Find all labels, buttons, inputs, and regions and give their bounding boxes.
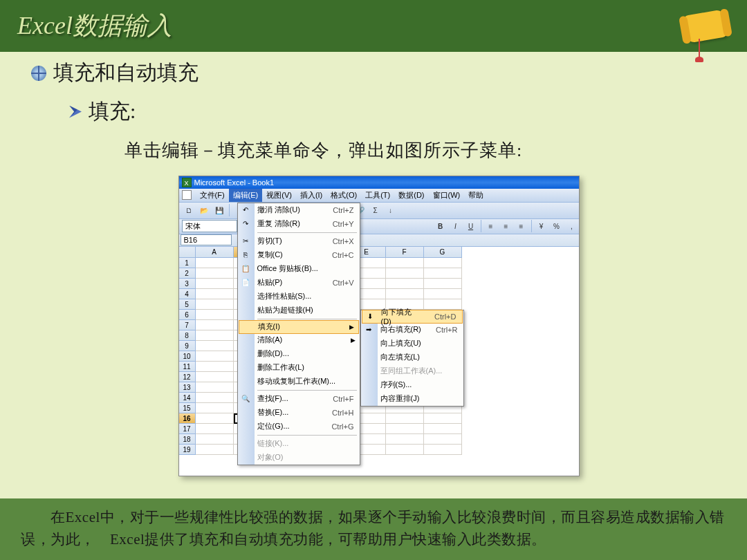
cell[interactable] <box>424 445 462 455</box>
menu-1[interactable]: 编辑(E) <box>229 189 263 202</box>
cell[interactable] <box>196 351 234 362</box>
cell[interactable] <box>386 413 424 424</box>
cell[interactable] <box>196 362 234 372</box>
align-left-icon[interactable]: ≡ <box>484 219 498 233</box>
sum-icon[interactable]: Σ <box>369 203 382 217</box>
menu-4[interactable]: 格式(O) <box>326 189 361 202</box>
underline-icon[interactable]: U <box>464 219 478 233</box>
cell[interactable] <box>196 268 234 279</box>
row-header[interactable]: 8 <box>179 330 196 341</box>
cell[interactable] <box>386 258 424 268</box>
row-header[interactable]: 18 <box>179 434 196 445</box>
menu-item[interactable]: 📋Office 剪贴板(B)... <box>238 262 360 276</box>
cell[interactable] <box>386 279 424 289</box>
percent-icon[interactable]: % <box>550 219 564 233</box>
menu-item[interactable]: 粘贴为超链接(H) <box>238 304 360 317</box>
menu-item[interactable]: 内容重排(J) <box>361 392 463 406</box>
menu-item[interactable]: 📄粘贴(P)Ctrl+V <box>238 276 360 290</box>
cell[interactable] <box>424 299 462 310</box>
align-center-icon[interactable]: ≡ <box>499 219 513 233</box>
cell[interactable] <box>196 372 234 382</box>
font-selector[interactable]: 宋体 <box>182 220 237 232</box>
cell[interactable] <box>196 320 234 330</box>
menu-item[interactable]: 删除工作表(L) <box>238 361 360 375</box>
cell[interactable] <box>196 413 234 424</box>
menu-item[interactable]: 删除(D)... <box>238 347 360 361</box>
bold-icon[interactable]: B <box>434 219 448 233</box>
cell[interactable] <box>196 424 234 434</box>
cell[interactable] <box>196 403 234 413</box>
row-header[interactable]: 12 <box>179 372 196 382</box>
cell[interactable] <box>424 289 462 299</box>
row-header[interactable]: 6 <box>179 310 196 320</box>
col-header[interactable]: F <box>386 247 424 258</box>
cell[interactable] <box>196 382 234 393</box>
save-icon[interactable]: 💾 <box>212 203 226 217</box>
cell[interactable] <box>196 341 234 351</box>
menu-item[interactable]: 向上填充(U) <box>361 337 463 351</box>
cell[interactable] <box>196 258 234 268</box>
row-header[interactable]: 2 <box>179 268 196 279</box>
sort-icon[interactable]: ↓ <box>384 203 398 217</box>
cell[interactable] <box>386 268 424 279</box>
cell[interactable] <box>424 258 462 268</box>
menu-3[interactable]: 插入(I) <box>296 189 326 202</box>
row-header[interactable]: 15 <box>179 403 196 413</box>
cell[interactable] <box>424 434 462 445</box>
menu-item[interactable]: ➡向右填充(R)Ctrl+R <box>361 323 463 337</box>
row-header[interactable]: 3 <box>179 279 196 289</box>
cell[interactable] <box>424 424 462 434</box>
col-header[interactable]: G <box>424 247 462 258</box>
menu-6[interactable]: 数据(D) <box>394 189 428 202</box>
menu-item[interactable]: ↷重复 清除(R)Ctrl+Y <box>238 217 360 231</box>
name-box[interactable]: B16 <box>181 234 232 245</box>
cell[interactable] <box>196 393 234 403</box>
cell[interactable] <box>386 289 424 299</box>
menu-item[interactable]: 序列(S)... <box>361 378 463 392</box>
cell[interactable] <box>386 424 424 434</box>
cell[interactable] <box>424 279 462 289</box>
cell[interactable] <box>196 299 234 310</box>
menu-item[interactable]: 🔍查找(F)...Ctrl+F <box>238 392 360 406</box>
row-header[interactable]: 17 <box>179 424 196 434</box>
menu-item[interactable]: ↶撤消 清除(U)Ctrl+Z <box>238 203 360 217</box>
currency-icon[interactable]: ¥ <box>535 219 548 233</box>
row-header[interactable]: 9 <box>179 341 196 351</box>
menu-item[interactable]: 定位(G)...Ctrl+G <box>238 420 360 433</box>
cell[interactable] <box>424 413 462 424</box>
cell[interactable] <box>196 279 234 289</box>
italic-icon[interactable]: I <box>449 219 463 233</box>
col-header[interactable]: A <box>196 247 234 258</box>
row-header[interactable]: 1 <box>179 258 196 268</box>
menu-item[interactable]: ⬇向下填充(D)Ctrl+D <box>362 310 463 324</box>
menu-item[interactable]: 填充(I)▶ <box>239 320 359 334</box>
comma-icon[interactable]: , <box>565 219 579 233</box>
row-header[interactable]: 14 <box>179 393 196 403</box>
cell[interactable] <box>196 310 234 320</box>
row-header[interactable]: 4 <box>179 289 196 299</box>
row-header[interactable]: 19 <box>179 445 196 455</box>
menu-item[interactable]: 替换(E)...Ctrl+H <box>238 406 360 420</box>
menu-7[interactable]: 窗口(W) <box>429 189 465 202</box>
open-icon[interactable]: 📂 <box>197 203 211 217</box>
menu-0[interactable]: 文件(F) <box>196 189 229 202</box>
row-header[interactable]: 7 <box>179 320 196 330</box>
menu-8[interactable]: 帮助 <box>464 189 488 202</box>
menu-item[interactable]: ⎘复制(C)Ctrl+C <box>238 248 360 262</box>
cell[interactable] <box>386 434 424 445</box>
cell[interactable] <box>386 445 424 455</box>
cell[interactable] <box>196 330 234 341</box>
cell[interactable] <box>196 289 234 299</box>
cell[interactable] <box>196 434 234 445</box>
row-header[interactable]: 11 <box>179 362 196 372</box>
row-header[interactable]: 10 <box>179 351 196 362</box>
menu-item[interactable]: 选择性粘贴(S)... <box>238 290 360 304</box>
row-header[interactable]: 16 <box>179 413 196 424</box>
menu-5[interactable]: 工具(T) <box>361 189 394 202</box>
align-right-icon[interactable]: ≡ <box>515 219 528 233</box>
row-header[interactable]: 5 <box>179 299 196 310</box>
menu-item[interactable]: ✂剪切(T)Ctrl+X <box>238 234 360 248</box>
new-icon[interactable]: 🗋 <box>182 203 196 217</box>
menu-item[interactable]: 清除(A)▶ <box>238 333 360 347</box>
cell[interactable] <box>196 445 234 455</box>
